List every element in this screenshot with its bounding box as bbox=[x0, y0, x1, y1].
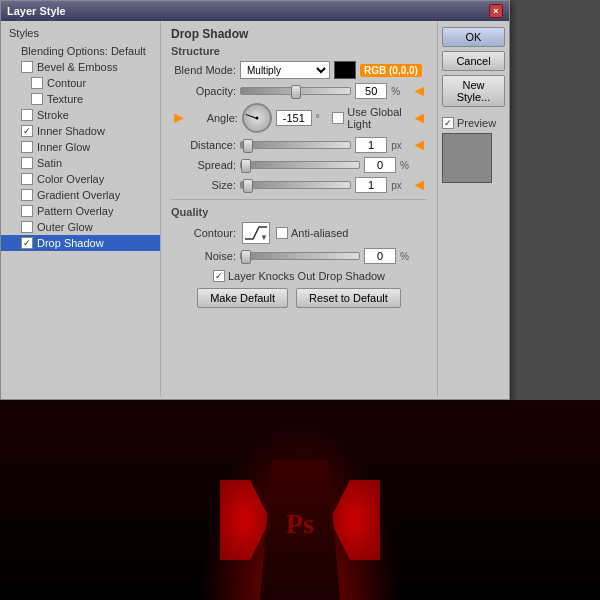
distance-slider[interactable] bbox=[240, 141, 351, 149]
sidebar-item-color-overlay[interactable]: Color Overlay bbox=[1, 171, 160, 187]
contour-row: Contour: ▼ Anti-aliased bbox=[171, 222, 427, 244]
opacity-slider[interactable] bbox=[240, 87, 351, 95]
layer-style-dialog: Layer Style × Styles Blending Options: D… bbox=[0, 0, 510, 400]
spread-input[interactable] bbox=[364, 157, 396, 173]
spread-row: Spread: % bbox=[171, 157, 427, 173]
texture-checkbox[interactable] bbox=[31, 93, 43, 105]
angle-input[interactable] bbox=[276, 110, 312, 126]
bevel-emboss-checkbox[interactable] bbox=[21, 61, 33, 73]
contour-checkbox[interactable] bbox=[31, 77, 43, 89]
pattern-overlay-label: Pattern Overlay bbox=[37, 205, 113, 217]
distance-arrow: ◄ bbox=[411, 137, 427, 153]
drop-shadow-checkbox[interactable]: ✓ bbox=[21, 237, 33, 249]
size-thumb[interactable] bbox=[243, 179, 253, 193]
sidebar-item-pattern-overlay[interactable]: Pattern Overlay bbox=[1, 203, 160, 219]
stroke-checkbox[interactable] bbox=[21, 109, 33, 121]
opacity-thumb[interactable] bbox=[291, 85, 301, 99]
spread-thumb[interactable] bbox=[241, 159, 251, 173]
size-label: Size: bbox=[171, 179, 236, 191]
opacity-input[interactable] bbox=[355, 83, 387, 99]
global-light-label: Use Global Light bbox=[347, 106, 407, 130]
opacity-row: Opacity: % ◄ bbox=[171, 83, 427, 99]
preview-checkbox[interactable]: ✓ bbox=[442, 117, 454, 129]
satin-checkbox[interactable] bbox=[21, 157, 33, 169]
inner-shadow-checkbox[interactable]: ✓ bbox=[21, 125, 33, 137]
color-overlay-checkbox[interactable] bbox=[21, 173, 33, 185]
size-input[interactable] bbox=[355, 177, 387, 193]
size-slider[interactable] bbox=[240, 181, 351, 189]
distance-thumb[interactable] bbox=[243, 139, 253, 153]
title-bar: Layer Style × bbox=[1, 1, 509, 21]
distance-input[interactable] bbox=[355, 137, 387, 153]
anti-aliased-checkbox[interactable] bbox=[276, 227, 288, 239]
make-default-button[interactable]: Make Default bbox=[197, 288, 288, 308]
ps-logo: Ps bbox=[286, 508, 314, 540]
inner-glow-checkbox[interactable] bbox=[21, 141, 33, 153]
texture-label: Texture bbox=[47, 93, 83, 105]
layer-knocks-text: Layer Knocks Out Drop Shadow bbox=[228, 270, 385, 282]
noise-slider[interactable] bbox=[240, 252, 360, 260]
noise-unit: % bbox=[400, 251, 416, 262]
angle-arrow-right: ◄ bbox=[411, 110, 427, 126]
preview-text: Preview bbox=[457, 117, 496, 129]
anti-aliased-label[interactable]: Anti-aliased bbox=[276, 227, 348, 239]
cancel-button[interactable]: Cancel bbox=[442, 51, 505, 71]
new-style-button[interactable]: New Style... bbox=[442, 75, 505, 107]
sidebar-item-bevel-emboss[interactable]: Bevel & Emboss bbox=[1, 59, 160, 75]
preview-label[interactable]: ✓ Preview bbox=[442, 117, 505, 129]
size-row: Size: px ◄ bbox=[171, 177, 427, 193]
sidebar-item-outer-glow[interactable]: Outer Glow bbox=[1, 219, 160, 235]
pattern-overlay-checkbox[interactable] bbox=[21, 205, 33, 217]
size-arrow: ◄ bbox=[411, 177, 427, 193]
bevel-emboss-label: Bevel & Emboss bbox=[37, 61, 118, 73]
noise-input[interactable] bbox=[364, 248, 396, 264]
contour-preview[interactable]: ▼ bbox=[242, 222, 270, 244]
sidebar-item-inner-glow[interactable]: Inner Glow bbox=[1, 139, 160, 155]
sidebar-item-gradient-overlay[interactable]: Gradient Overlay bbox=[1, 187, 160, 203]
quality-subtitle: Quality bbox=[171, 206, 427, 218]
sidebar-item-drop-shadow[interactable]: ✓ Drop Shadow bbox=[1, 235, 160, 251]
reset-default-button[interactable]: Reset to Default bbox=[296, 288, 401, 308]
distance-label: Distance: bbox=[171, 139, 236, 151]
layer-knocks-label[interactable]: ✓ Layer Knocks Out Drop Shadow bbox=[213, 270, 385, 282]
contour-label: Contour bbox=[47, 77, 86, 89]
sidebar-item-texture[interactable]: Texture bbox=[1, 91, 160, 107]
layer-knocks-checkbox[interactable]: ✓ bbox=[213, 270, 225, 282]
main-panel: Drop Shadow Structure Blend Mode: Multip… bbox=[161, 21, 437, 397]
color-swatch[interactable] bbox=[334, 61, 356, 79]
color-overlay-label: Color Overlay bbox=[37, 173, 104, 185]
sidebar-item-contour[interactable]: Contour bbox=[1, 75, 160, 91]
use-global-light-checkbox[interactable]: Use Global Light bbox=[332, 106, 407, 130]
blend-mode-select[interactable]: Multiply Normal Screen bbox=[240, 61, 330, 79]
structure-subtitle: Structure bbox=[171, 45, 427, 57]
dialog-title: Layer Style bbox=[7, 5, 66, 17]
global-light-check[interactable] bbox=[332, 112, 344, 124]
angle-dial[interactable] bbox=[242, 103, 272, 133]
drop-shadow-label: Drop Shadow bbox=[37, 237, 104, 249]
distance-unit: px bbox=[391, 140, 407, 151]
noise-thumb[interactable] bbox=[241, 250, 251, 264]
spread-slider[interactable] bbox=[240, 161, 360, 169]
close-button[interactable]: × bbox=[489, 4, 503, 18]
sidebar-item-inner-shadow[interactable]: ✓ Inner Shadow bbox=[1, 123, 160, 139]
blending-options-label: Blending Options: Default bbox=[21, 45, 146, 57]
angle-label: Angle: bbox=[193, 112, 238, 124]
sidebar-item-stroke[interactable]: Stroke bbox=[1, 107, 160, 123]
sidebar-item-satin[interactable]: Satin bbox=[1, 155, 160, 171]
sidebar-item-blending-options[interactable]: Blending Options: Default bbox=[1, 43, 160, 59]
angle-unit: ° bbox=[316, 113, 328, 124]
angle-row: ► Angle: ° Use Global Light ◄ bbox=[171, 103, 427, 133]
blend-mode-row: Blend Mode: Multiply Normal Screen RGB (… bbox=[171, 61, 427, 79]
contour-label: Contour: bbox=[171, 227, 236, 239]
action-panel: OK Cancel New Style... ✓ Preview bbox=[437, 21, 509, 397]
gradient-overlay-checkbox[interactable] bbox=[21, 189, 33, 201]
anti-aliased-text: Anti-aliased bbox=[291, 227, 348, 239]
stroke-label: Stroke bbox=[37, 109, 69, 121]
sidebar-header: Styles bbox=[1, 25, 160, 43]
angle-arrow-left: ► bbox=[171, 110, 187, 126]
sidebar: Styles Blending Options: Default Bevel &… bbox=[1, 21, 161, 397]
ok-button[interactable]: OK bbox=[442, 27, 505, 47]
blend-mode-label: Blend Mode: bbox=[171, 64, 236, 76]
spread-label: Spread: bbox=[171, 159, 236, 171]
outer-glow-checkbox[interactable] bbox=[21, 221, 33, 233]
